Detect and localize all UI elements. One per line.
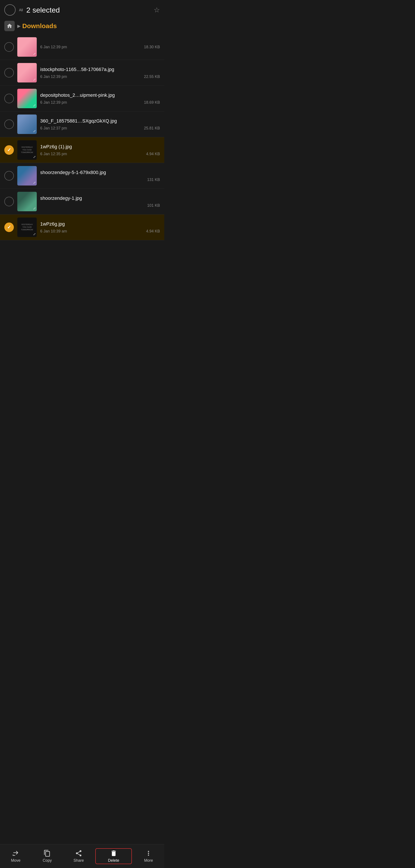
file-size: 18.69 KB xyxy=(144,100,160,105)
file-checkbox[interactable] xyxy=(4,197,14,206)
file-thumbnail: ⤢ xyxy=(17,37,37,57)
list-item[interactable]: YESTERDAYYOU SAIDTOMORROW ⤢ 1wPz6g.jpg 6… xyxy=(0,215,164,240)
file-thumbnail: ⤢ xyxy=(17,115,37,134)
file-checkbox[interactable] xyxy=(4,222,14,232)
home-icon[interactable] xyxy=(4,21,15,31)
list-item[interactable]: ⤢ shoorzendegy-5-1-679x800.jpg 131 KB xyxy=(0,163,164,189)
file-thumbnail: ⤢ xyxy=(17,63,37,83)
expand-icon: ⤢ xyxy=(33,103,36,107)
more-icon xyxy=(145,849,152,857)
file-info: 1wPz6g.jpg 6 Jan 10:39 am 4.94 KB xyxy=(40,221,160,234)
expand-icon: ⤢ xyxy=(33,181,36,185)
list-item[interactable]: ⤢ 6 Jan 12:39 pm 18.30 KB xyxy=(0,34,164,60)
file-date: 6 Jan 12:37 pm xyxy=(40,126,67,130)
file-checkbox[interactable] xyxy=(4,145,14,155)
delete-icon xyxy=(110,849,117,857)
file-checkbox[interactable] xyxy=(4,120,14,129)
file-name: 360_F_18575881…SXgqzGkXQ.jpg xyxy=(40,118,160,124)
file-checkbox[interactable] xyxy=(4,68,14,78)
header: All 2 selected ☆ xyxy=(0,0,164,18)
file-info: istockphoto-1165…58-170667a.jpg 6 Jan 12… xyxy=(40,66,160,79)
breadcrumb-folder[interactable]: Downloads xyxy=(22,22,57,30)
delete-button[interactable]: Delete xyxy=(95,848,132,864)
file-name: 1wPz6g.jpg xyxy=(40,221,160,227)
expand-icon: ⤢ xyxy=(33,78,36,82)
file-info: 1wPz6g (1).jpg 6 Jan 12:35 pm 4.94 KB xyxy=(40,144,160,156)
file-date: 6 Jan 12:39 pm xyxy=(40,74,67,79)
share-label: Share xyxy=(73,858,84,863)
file-name: shoorzendegy-1.jpg xyxy=(40,195,160,202)
expand-icon: ⤢ xyxy=(33,52,36,56)
file-meta: 6 Jan 12:39 pm 18.69 KB xyxy=(40,100,160,105)
copy-button[interactable]: Copy xyxy=(32,848,63,864)
file-size: 18.30 KB xyxy=(144,45,160,49)
file-name: istockphoto-1165…58-170667a.jpg xyxy=(40,66,160,73)
select-all-button[interactable] xyxy=(4,4,15,16)
move-button[interactable]: Move xyxy=(0,848,32,864)
file-meta: 6 Jan 12:39 pm 22.55 KB xyxy=(40,74,160,79)
move-label: Move xyxy=(11,858,21,863)
file-name: 1wPz6g (1).jpg xyxy=(40,144,160,150)
select-all-label: All xyxy=(19,8,23,12)
share-icon xyxy=(75,849,82,857)
file-list: ⤢ 6 Jan 12:39 pm 18.30 KB ⤢ istockphoto-… xyxy=(0,34,164,240)
move-icon xyxy=(12,849,20,857)
list-item[interactable]: ⤢ istockphoto-1165…58-170667a.jpg 6 Jan … xyxy=(0,60,164,86)
file-size: 22.55 KB xyxy=(144,74,160,79)
breadcrumb: ▶ Downloads xyxy=(0,18,164,34)
file-date: 6 Jan 10:39 am xyxy=(40,229,67,234)
file-info: 6 Jan 12:39 pm 18.30 KB xyxy=(40,45,160,49)
file-size: 131 KB xyxy=(147,178,160,182)
file-meta: 6 Jan 12:35 pm 4.94 KB xyxy=(40,152,160,156)
file-meta: 6 Jan 10:39 am 4.94 KB xyxy=(40,229,160,234)
file-meta: 101 KB xyxy=(40,203,160,208)
file-meta: 6 Jan 12:37 pm 25.81 KB xyxy=(40,126,160,130)
file-info: shoorzendegy-5-1-679x800.jpg 131 KB xyxy=(40,169,160,182)
breadcrumb-arrow: ▶ xyxy=(17,23,21,29)
file-thumbnail: YESTERDAYYOU SAIDTOMORROW ⤢ xyxy=(17,218,37,237)
file-checkbox[interactable] xyxy=(4,171,14,181)
file-name: depositphotos_2…uipment-pink.jpg xyxy=(40,92,160,98)
home-svg xyxy=(6,23,12,29)
expand-icon: ⤢ xyxy=(33,232,36,236)
file-size: 25.81 KB xyxy=(144,126,160,130)
list-item[interactable]: ⤢ depositphotos_2…uipment-pink.jpg 6 Jan… xyxy=(0,86,164,112)
file-size: 4.94 KB xyxy=(146,152,160,156)
file-date: 6 Jan 12:39 pm xyxy=(40,45,67,49)
expand-icon: ⤢ xyxy=(33,155,36,159)
file-date: 6 Jan 12:39 pm xyxy=(40,100,67,105)
file-size: 4.94 KB xyxy=(146,229,160,234)
delete-label: Delete xyxy=(108,858,119,863)
file-info: depositphotos_2…uipment-pink.jpg 6 Jan 1… xyxy=(40,92,160,105)
file-thumbnail: ⤢ xyxy=(17,166,37,186)
expand-icon: ⤢ xyxy=(33,129,36,133)
file-date: 6 Jan 12:35 pm xyxy=(40,152,67,156)
file-thumbnail: YESTERDAYYOU SAIDTOMORROW ⤢ xyxy=(17,140,37,160)
list-item[interactable]: YESTERDAYYOU SAIDTOMORROW ⤢ 1wPz6g (1).j… xyxy=(0,137,164,163)
file-meta: 131 KB xyxy=(40,178,160,182)
file-size: 101 KB xyxy=(147,203,160,208)
list-item[interactable]: ⤢ shoorzendegy-1.jpg 101 KB xyxy=(0,189,164,215)
file-info: shoorzendegy-1.jpg 101 KB xyxy=(40,195,160,208)
share-button[interactable]: Share xyxy=(63,848,95,864)
file-name: shoorzendegy-5-1-679x800.jpg xyxy=(40,169,160,176)
favorite-icon[interactable]: ☆ xyxy=(154,6,160,14)
file-thumbnail: ⤢ xyxy=(17,89,37,108)
selection-count: 2 selected xyxy=(26,6,154,14)
file-info: 360_F_18575881…SXgqzGkXQ.jpg 6 Jan 12:37… xyxy=(40,118,160,130)
file-meta: 6 Jan 12:39 pm 18.30 KB xyxy=(40,45,160,49)
file-checkbox[interactable] xyxy=(4,42,14,52)
more-label: More xyxy=(144,858,153,863)
bottom-toolbar: Move Copy Share Delete More xyxy=(0,844,164,868)
copy-icon xyxy=(43,849,51,857)
file-checkbox[interactable] xyxy=(4,94,14,103)
file-thumbnail: ⤢ xyxy=(17,192,37,211)
more-button[interactable]: More xyxy=(133,848,164,864)
expand-icon: ⤢ xyxy=(33,207,36,210)
list-item[interactable]: ⤢ 360_F_18575881…SXgqzGkXQ.jpg 6 Jan 12:… xyxy=(0,112,164,137)
copy-label: Copy xyxy=(43,858,51,863)
